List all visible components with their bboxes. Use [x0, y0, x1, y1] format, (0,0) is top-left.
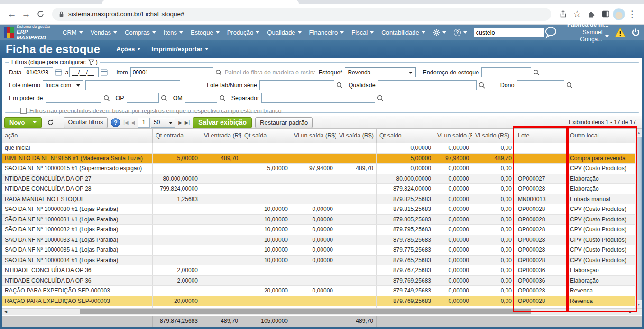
user-menu[interactable]: Samuel Gonça...: [563, 29, 609, 44]
nav-menu-producao[interactable]: Produção: [223, 29, 264, 36]
lote-fab-input[interactable]: [259, 80, 334, 90]
nav-menu-contabilidade[interactable]: Contabilidade: [377, 29, 429, 36]
column-header[interactable]: Outro local: [567, 129, 635, 143]
column-header[interactable]: Vl entrada (R$): [201, 129, 241, 143]
restaurar-padrao-button[interactable]: Restaurar padrão: [255, 117, 313, 128]
nav-menu-qualidade[interactable]: Qualidade: [263, 29, 305, 36]
date-from-input[interactable]: [24, 67, 53, 77]
vertical-scroll-thumb[interactable]: [636, 137, 642, 300]
profile-avatar[interactable]: [613, 8, 625, 20]
prev-page-icon[interactable]: ◀: [131, 120, 135, 125]
table-row[interactable]: SÃO DA NF Nº 10000033 #1 (Lojas Paraíba)…: [2, 235, 642, 246]
warning-icon[interactable]: [615, 27, 626, 38]
search-icon[interactable]: [103, 95, 110, 101]
filters-legend[interactable]: Filtros (clique para configurar: ): [9, 59, 100, 65]
table-row[interactable]: NTIDADE CONCLUÍDA DA OP 28799.824,000008…: [2, 184, 642, 194]
scroll-down-icon[interactable]: ▼: [635, 301, 642, 308]
table-row[interactable]: NTIDADE CONCLUÍDA DA OP 362,00000879.769…: [2, 276, 642, 286]
table-row[interactable]: SÃO DA NF Nº 10000030 #1 (Lojas Paraíba)…: [2, 204, 642, 215]
item-input[interactable]: [130, 67, 213, 77]
salvar-exibicao-button[interactable]: Salvar exibição: [193, 117, 252, 128]
acoes-menu[interactable]: Ações: [116, 46, 141, 53]
power-icon[interactable]: [631, 27, 640, 37]
separador-input[interactable]: [261, 93, 375, 103]
table-row[interactable]: SÃO DA NF Nº 10000035 #1 (Lojas Paraíba)…: [2, 245, 642, 256]
search-icon[interactable]: [161, 95, 167, 101]
date-to-input[interactable]: [69, 67, 99, 77]
table-row[interactable]: que inicial0,000000,000000,00: [2, 143, 642, 154]
nav-menu-compras[interactable]: Compras: [121, 29, 160, 36]
share-icon[interactable]: [556, 7, 570, 21]
novo-dropdown-icon[interactable]: [33, 121, 37, 125]
search-icon[interactable]: [219, 95, 226, 101]
nav-menu-financeiro[interactable]: Financeiro: [305, 29, 348, 36]
scroll-up-icon[interactable]: ▲: [635, 129, 642, 136]
table-row[interactable]: SÃO DA NF Nº 10000031 #1 (Lojas Paraíba)…: [2, 215, 642, 225]
last-page-icon[interactable]: ▶|: [185, 120, 190, 125]
horizontal-scrollbar[interactable]: ◀ ▶: [2, 308, 642, 315]
extensions-icon[interactable]: [584, 7, 598, 21]
column-header[interactable]: Qt saldo: [377, 129, 434, 143]
column-header[interactable]: ação: [2, 129, 153, 143]
browser-active-tab[interactable]: [102, 0, 299, 4]
page-size-select[interactable]: 50: [151, 118, 175, 128]
ocultar-filtros-button[interactable]: Ocultar filtros: [64, 117, 108, 128]
nav-menu-estoque[interactable]: Estoque: [187, 29, 223, 36]
search-icon[interactable]: [215, 69, 222, 76]
search-icon[interactable]: [533, 69, 540, 76]
table-row[interactable]: SÃO DA NF Nº 10000032 #1 (Lojas Paraíba)…: [2, 225, 642, 235]
search-icon[interactable]: [377, 95, 384, 101]
next-page-icon[interactable]: ▶: [178, 120, 182, 125]
table-row[interactable]: RADA MANUAL NO ESTOQUE1,25683879.825,256…: [2, 194, 642, 205]
nav-menu-fiscal[interactable]: Fiscal: [348, 29, 377, 36]
search-icon[interactable]: [336, 82, 343, 89]
nav-help-menu[interactable]: ?: [450, 29, 471, 36]
nav-gear-menu[interactable]: [429, 29, 450, 36]
app-logo[interactable]: Sistema de gestão ERP MAXIPROD: [4, 25, 54, 40]
nav-menu-vendas[interactable]: Vendas: [87, 29, 121, 36]
column-header[interactable]: Qt saída: [241, 129, 291, 143]
bookmark-star-icon[interactable]: ☆: [570, 7, 584, 21]
column-header[interactable]: Vl saída (R$): [336, 129, 377, 143]
table-row[interactable]: NTIDADE CONCLUÍDA DA OP 362,00000879.767…: [2, 265, 642, 276]
column-header[interactable]: Vl un saldo (R$): [434, 129, 472, 143]
qualidade-input[interactable]: [378, 80, 477, 90]
url-bar[interactable]: sistema.maxiprod.com.br/FichaEstoque#: [52, 8, 551, 21]
endereco-input[interactable]: [481, 67, 531, 77]
column-header[interactable]: Vl un saída (R$): [291, 129, 336, 143]
estoque-select[interactable]: Revenda: [345, 67, 416, 77]
lote-interno-operator-select[interactable]: Inicia com: [43, 80, 83, 90]
account-link[interactable]: Fábrica de m...: [563, 21, 609, 29]
scroll-left-icon[interactable]: ◀: [2, 309, 9, 315]
scroll-right-icon[interactable]: ▶: [627, 309, 635, 315]
first-page-icon[interactable]: |◀: [123, 120, 128, 125]
back-icon[interactable]: ←: [5, 7, 19, 21]
column-header[interactable]: Vl saldo (R$): [472, 129, 515, 143]
om-input[interactable]: [185, 93, 217, 103]
table-row[interactable]: RAÇÃO PARA EXPEDIÇÃO SEP-00000320,000008…: [2, 296, 642, 307]
imprimir-exportar-menu[interactable]: Imprimir/exportar: [151, 46, 209, 53]
search-icon[interactable]: [478, 82, 485, 89]
lote-interno-input[interactable]: [85, 80, 180, 90]
nav-menu-crm[interactable]: CRM: [59, 29, 87, 36]
side-panel-icon[interactable]: [598, 7, 613, 21]
help-icon[interactable]: ?: [111, 118, 120, 127]
page-number-input[interactable]: 1: [138, 118, 150, 128]
chat-bubble-icon[interactable]: [544, 26, 558, 39]
dono-input[interactable]: [517, 80, 564, 90]
table-row[interactable]: BIMENTO DA NF Nº 9856 #1 (Madeireira San…: [2, 154, 642, 164]
search-icon[interactable]: [566, 82, 573, 89]
calendar-icon[interactable]: [101, 69, 108, 76]
forward-icon[interactable]: →: [19, 7, 33, 21]
novo-button[interactable]: Novo: [4, 117, 42, 128]
table-row[interactable]: RAÇÃO PARA EXPEDIÇÃO SEP-00000320,000000…: [2, 286, 642, 296]
browser-menu-icon[interactable]: ⋮: [625, 7, 639, 21]
column-header[interactable]: Lote: [515, 129, 567, 143]
column-header[interactable]: Qt entrada: [153, 129, 201, 143]
nav-menu-itens[interactable]: Itens: [160, 29, 187, 36]
horizontal-scroll-thumb[interactable]: [80, 309, 531, 314]
filtros-em-branco-checkbox[interactable]: [20, 108, 27, 114]
refresh-icon[interactable]: [45, 117, 56, 128]
nav-search-input[interactable]: [474, 28, 544, 37]
calendar-icon[interactable]: [55, 69, 62, 76]
